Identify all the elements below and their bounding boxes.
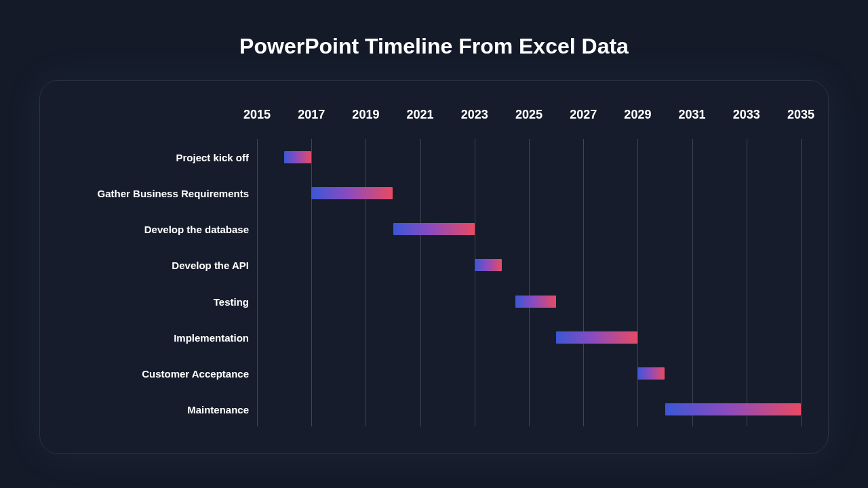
bar-track	[257, 247, 801, 283]
task-bar	[665, 403, 802, 415]
task-label: Testing	[67, 296, 249, 307]
task-row: Gather Business Requirements	[67, 175, 801, 211]
bar-track	[257, 319, 801, 355]
x-tick-label: 2021	[407, 108, 434, 122]
task-row: Testing	[67, 283, 801, 319]
task-row: Customer Acceptance	[67, 356, 801, 392]
x-tick-label: 2025	[515, 108, 542, 122]
slide: PowerPoint Timeline From Excel Data 2015…	[0, 0, 868, 488]
chart-card: 2015201720192021202320252027202920312033…	[39, 80, 829, 454]
task-bar	[311, 187, 393, 199]
bar-track	[257, 283, 801, 319]
task-label: Maintenance	[67, 404, 249, 415]
gridline	[801, 139, 802, 426]
x-tick-label: 2027	[570, 108, 597, 122]
task-label: Implementation	[67, 331, 249, 343]
task-label: Project kick off	[67, 151, 249, 163]
x-tick-label: 2017	[298, 108, 325, 122]
task-row: Project kick off	[67, 139, 801, 175]
task-bar	[284, 151, 311, 163]
slide-title: PowerPoint Timeline From Excel Data	[0, 0, 868, 59]
task-row: Develop the database	[67, 211, 801, 247]
task-bar	[475, 259, 502, 271]
x-tick-label: 2035	[787, 108, 814, 122]
bar-track	[257, 139, 801, 175]
x-tick-label: 2023	[461, 108, 488, 122]
task-row: Maintenance	[67, 392, 801, 428]
bar-track	[257, 175, 801, 211]
task-label: Gather Business Requirements	[67, 187, 249, 199]
task-label: Customer Acceptance	[67, 368, 249, 380]
bar-track	[257, 211, 801, 247]
task-bar	[637, 367, 665, 380]
bar-track	[257, 392, 801, 428]
task-row: Implementation	[67, 319, 801, 355]
x-tick-label: 2029	[624, 108, 651, 122]
task-label: Develop the database	[67, 224, 249, 235]
task-label: Develop the API	[67, 260, 249, 271]
bar-track	[257, 356, 801, 392]
x-tick-label: 2019	[352, 108, 379, 122]
gantt-chart: 2015201720192021202320252027202920312033…	[67, 108, 801, 426]
x-axis: 2015201720192021202320252027202920312033…	[257, 108, 801, 135]
task-row: Develop the API	[67, 247, 801, 283]
x-tick-label: 2033	[733, 108, 760, 122]
task-bar	[556, 331, 637, 344]
task-bar	[515, 296, 556, 308]
task-rows: Project kick offGather Business Requirem…	[67, 139, 801, 426]
x-tick-label: 2015	[243, 108, 271, 122]
x-tick-label: 2031	[679, 108, 706, 122]
task-bar	[393, 223, 475, 235]
